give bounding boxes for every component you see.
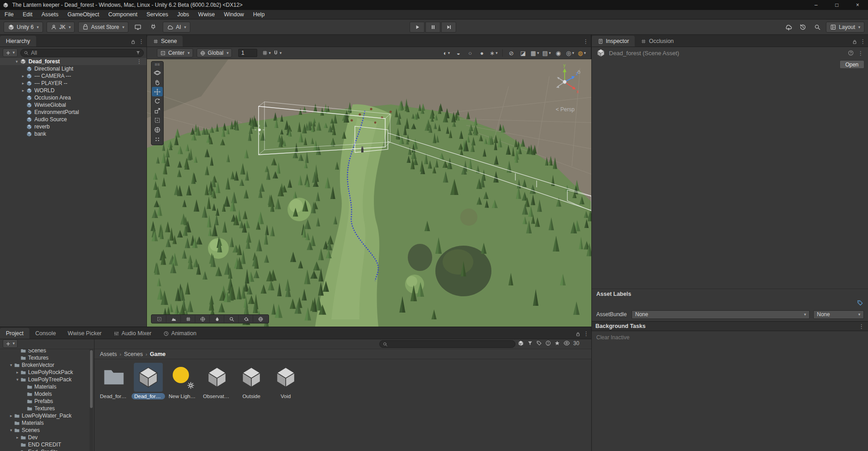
orbit-tool-button[interactable]: [152, 68, 163, 77]
globe-button[interactable]: [254, 315, 268, 323]
filter-icon[interactable]: [136, 50, 141, 55]
asset-tile-scene[interactable]: Void: [269, 363, 302, 399]
search-by-type-icon[interactable]: [527, 340, 533, 346]
kebab-menu-icon[interactable]: ⋮: [138, 38, 144, 45]
close-button[interactable]: ×: [847, 0, 868, 10]
breadcrumb-game[interactable]: Game: [150, 351, 166, 357]
play-button[interactable]: [410, 22, 425, 33]
gizmos-icon[interactable]: ◍▾: [576, 48, 587, 57]
effects-toggle-icon[interactable]: ∗▾: [488, 48, 499, 57]
tool-handle-position-button[interactable]: Center ▾: [157, 48, 193, 57]
scene-picking-icon[interactable]: ◪: [518, 48, 528, 57]
hierarchy-item[interactable]: EnvironmentPortal: [0, 109, 146, 116]
audio-toggle-icon[interactable]: ●: [476, 48, 487, 57]
expand-arrow-icon[interactable]: ▾: [14, 377, 20, 382]
menu-gameobject[interactable]: GameObject: [63, 10, 104, 19]
rect-tool-button[interactable]: [152, 115, 163, 125]
lock-icon[interactable]: [130, 39, 136, 45]
project-tree-item[interactable]: End_Credits: [0, 448, 94, 451]
hierarchy-item[interactable]: WwiseGlobal: [0, 101, 146, 109]
tab-inspector[interactable]: Inspector: [592, 36, 635, 47]
search-button[interactable]: [225, 315, 239, 323]
background-tasks-header[interactable]: Background Tasks ⋮: [592, 321, 868, 331]
search-in-packages-icon[interactable]: [518, 340, 524, 347]
hierarchy-item[interactable]: ▸WORLD: [0, 87, 146, 94]
draw-mode-icon[interactable]: ◐▾: [441, 48, 452, 57]
project-tree-item[interactable]: Models: [0, 390, 94, 398]
project-tree-item[interactable]: Materials: [0, 383, 94, 390]
hierarchy-item[interactable]: Audio Source: [0, 116, 146, 123]
tab-console[interactable]: Console: [29, 328, 62, 339]
version-control-button[interactable]: [132, 22, 144, 33]
asset-tile-lighting[interactable]: New Lighti...: [166, 363, 199, 399]
tab-project[interactable]: Project: [0, 328, 29, 339]
pause-button[interactable]: [425, 22, 440, 33]
menu-jobs[interactable]: Jobs: [173, 10, 193, 19]
help-icon[interactable]: [848, 50, 854, 56]
project-tree-item[interactable]: Textures: [0, 354, 94, 361]
asset-label-tag-icon[interactable]: [857, 299, 863, 306]
search-button[interactable]: [811, 22, 823, 33]
project-tree-item[interactable]: ▸Dev: [0, 434, 94, 441]
tab-hierarchy[interactable]: Hierarchy: [0, 36, 36, 47]
project-tree-item[interactable]: END CREDIT: [0, 441, 94, 448]
scene-viewport[interactable]: y x z: [147, 59, 591, 327]
expand-arrow-icon[interactable]: ▸: [14, 370, 20, 375]
step-button[interactable]: [441, 22, 456, 33]
maximize-button[interactable]: □: [826, 0, 847, 10]
layout-button[interactable]: Layout ▾: [826, 22, 864, 33]
rect-select-button[interactable]: [152, 315, 166, 323]
grid-snapping-button[interactable]: ▾: [261, 48, 272, 57]
expand-arrow-icon[interactable]: ▾: [8, 363, 14, 367]
grid-toggle-icon[interactable]: ▦▾: [529, 48, 540, 57]
project-tree-item[interactable]: Materials: [0, 419, 94, 427]
lock-icon[interactable]: [852, 39, 858, 45]
kebab-menu-icon[interactable]: ⋮: [137, 58, 142, 65]
asset-tile-scene[interactable]: Dead_forest: [132, 363, 165, 399]
project-tree-item[interactable]: Textures: [0, 405, 94, 412]
menu-services[interactable]: Services: [142, 10, 173, 19]
tool-handle-rotation-button[interactable]: Global ▾: [197, 48, 232, 57]
grid-paint-button[interactable]: [181, 315, 195, 323]
menu-file[interactable]: File: [0, 10, 18, 19]
minimize-button[interactable]: –: [806, 0, 826, 10]
project-tree-item[interactable]: ▾BrokenVector: [0, 361, 94, 369]
project-tree-item[interactable]: ▾Scenes: [0, 427, 94, 434]
expand-arrow-icon[interactable]: ▾: [14, 59, 20, 64]
hierarchy-item[interactable]: reverb: [0, 123, 146, 130]
lock-icon[interactable]: [575, 331, 581, 337]
kebab-menu-icon[interactable]: ⋮: [583, 330, 589, 337]
assetbundle-variant-dropdown[interactable]: None ▾: [813, 310, 864, 319]
tab-animation[interactable]: Animation: [157, 328, 203, 339]
tab-audio-mixer[interactable]: Audio Mixer: [108, 328, 157, 339]
sphere-brush-button[interactable]: [196, 315, 210, 323]
hand-tool-button[interactable]: [152, 77, 163, 87]
hierarchy-item[interactable]: bank: [0, 130, 146, 138]
transform-tool-button[interactable]: [152, 125, 163, 134]
unity-version-button[interactable]: Unity 6 ▾: [4, 22, 43, 33]
hierarchy-search-input[interactable]: All: [20, 49, 144, 57]
menu-component[interactable]: Component: [104, 10, 142, 19]
breadcrumb-assets[interactable]: Assets: [100, 351, 117, 357]
hierarchy-scene-root[interactable]: ▾ Dead_forest ⋮: [0, 58, 146, 65]
overlays-icon[interactable]: ▤▾: [541, 48, 552, 57]
add-gameobject-button[interactable]: ▾: [3, 48, 18, 57]
breadcrumb-scenes[interactable]: Scenes: [124, 351, 143, 357]
alert-icon[interactable]: [545, 340, 551, 346]
lighting-toggle-icon[interactable]: ○: [465, 48, 476, 57]
menu-edit[interactable]: Edit: [18, 10, 37, 19]
menu-assets[interactable]: Assets: [37, 10, 63, 19]
cloud-upload-button[interactable]: [783, 22, 794, 33]
debug-shading-icon[interactable]: ◒: [453, 48, 464, 57]
scale-tool-button[interactable]: [152, 106, 163, 115]
terrain-button[interactable]: [167, 315, 181, 323]
kebab-menu-icon[interactable]: ⋮: [858, 50, 863, 57]
undo-history-button[interactable]: [797, 22, 809, 33]
tab-scene[interactable]: Scene: [147, 36, 183, 47]
plug-button[interactable]: [147, 22, 159, 33]
asset-tile-folder[interactable]: Dead_forest: [97, 363, 131, 399]
custom-tool-button[interactable]: [152, 134, 163, 144]
expand-arrow-icon[interactable]: ▸: [14, 435, 20, 440]
kebab-menu-icon[interactable]: ⋮: [583, 38, 589, 45]
snap-increment-button[interactable]: ▾: [272, 48, 283, 57]
